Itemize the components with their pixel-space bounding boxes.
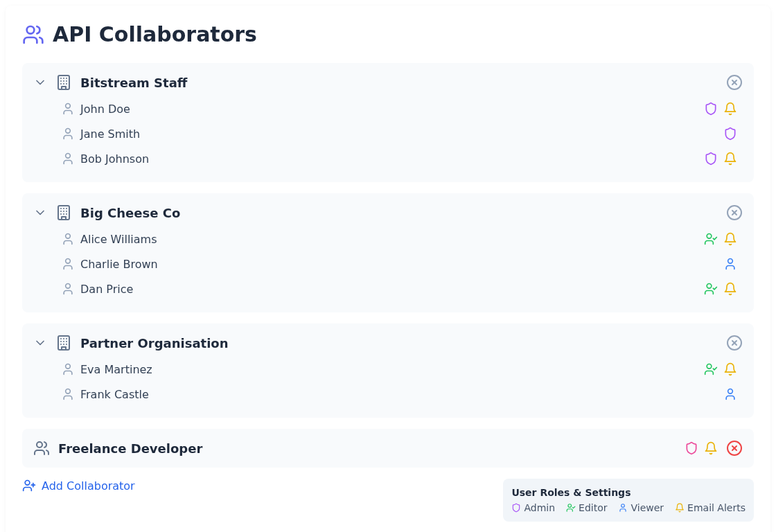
org-header: Big Cheese Co <box>33 204 743 221</box>
legend-title: User Roles & Settings <box>511 487 746 498</box>
shield-icon <box>704 102 718 116</box>
footer: Add Collaborator User Roles & Settings A… <box>22 479 754 522</box>
bell-icon <box>723 362 737 376</box>
chevron-down-icon <box>33 206 47 220</box>
member-name: Charlie Brown <box>80 258 158 271</box>
user-icon <box>61 232 75 246</box>
close-circle-icon <box>726 74 743 91</box>
users-icon <box>22 24 44 46</box>
user-icon <box>61 102 75 116</box>
collapse-toggle[interactable] <box>33 206 47 220</box>
member-row[interactable]: John Doe <box>55 96 743 121</box>
legend-viewer: Viewer <box>618 502 664 513</box>
close-circle-icon <box>726 440 743 456</box>
bell-icon <box>723 282 737 296</box>
remove-freelancer-button[interactable] <box>726 440 743 456</box>
member-badges <box>704 362 737 376</box>
freelancer-badges <box>685 441 718 455</box>
member-row[interactable]: Charlie Brown <box>55 251 743 276</box>
legend-admin: Admin <box>511 502 555 513</box>
user-icon <box>723 387 737 401</box>
bell-icon <box>723 102 737 116</box>
user-plus-icon <box>22 479 36 493</box>
member-row[interactable]: Eva Martinez <box>55 357 743 382</box>
org-block: Bitstream Staff John Doe Jane Smith <box>22 63 754 182</box>
legend-editor: Editor <box>566 502 607 513</box>
user-check-icon <box>566 503 576 513</box>
member-badges <box>704 152 737 166</box>
member-row[interactable]: Frank Castle <box>55 382 743 407</box>
member-row[interactable]: Dan Price <box>55 276 743 301</box>
member-name: Jane Smith <box>80 127 140 141</box>
user-icon <box>61 362 75 376</box>
user-icon <box>61 152 75 166</box>
building-icon <box>55 204 72 221</box>
shield-icon <box>685 441 698 455</box>
org-header: Partner Organisation <box>33 335 743 351</box>
user-check-icon <box>704 362 718 376</box>
member-list: Eva Martinez Frank Castle <box>55 357 743 407</box>
user-check-icon <box>704 232 718 246</box>
org-block: Big Cheese Co Alice Williams Charlie Bro… <box>22 193 754 312</box>
user-icon <box>61 282 75 296</box>
user-icon <box>61 387 75 401</box>
member-list: John Doe Jane Smith Bob Johnson <box>55 96 743 171</box>
remove-org-button[interactable] <box>726 204 743 221</box>
remove-org-button[interactable] <box>726 74 743 91</box>
org-name: Partner Organisation <box>80 336 229 351</box>
collapse-toggle[interactable] <box>33 336 47 350</box>
collaborators-panel: API Collaborators Bitstream Staff John D… <box>6 6 770 532</box>
org-block: Partner Organisation Eva Martinez Frank … <box>22 323 754 418</box>
building-icon <box>55 74 72 91</box>
collapse-toggle[interactable] <box>33 76 47 89</box>
building-icon <box>55 335 72 351</box>
users-icon <box>33 440 50 456</box>
page-title: API Collaborators <box>53 22 257 46</box>
freelancer-row: Freelance Developer <box>22 429 754 468</box>
shield-icon <box>704 152 718 166</box>
user-icon <box>618 503 628 513</box>
shield-icon <box>723 127 737 141</box>
member-row[interactable]: Bob Johnson <box>55 146 743 171</box>
user-icon <box>61 257 75 271</box>
member-badges <box>704 282 737 296</box>
org-name: Big Cheese Co <box>80 206 180 220</box>
add-collaborator-link[interactable]: Add Collaborator <box>22 479 135 493</box>
shield-icon <box>511 503 521 513</box>
user-icon <box>723 257 737 271</box>
bell-icon <box>723 232 737 246</box>
org-name: Bitstream Staff <box>80 76 187 90</box>
member-badges <box>704 102 737 116</box>
member-name: Frank Castle <box>80 388 149 401</box>
user-icon <box>61 127 75 141</box>
member-badges <box>723 387 737 401</box>
freelancer-name: Freelance Developer <box>58 441 202 456</box>
member-name: Alice Williams <box>80 233 157 246</box>
member-row[interactable]: Jane Smith <box>55 121 743 146</box>
chevron-down-icon <box>33 76 47 89</box>
close-circle-icon <box>726 335 743 351</box>
remove-org-button[interactable] <box>726 335 743 351</box>
close-circle-icon <box>726 204 743 221</box>
legend: User Roles & Settings Admin Editor Viewe… <box>503 479 754 522</box>
member-name: Bob Johnson <box>80 152 149 166</box>
member-name: Eva Martinez <box>80 363 152 376</box>
bell-icon <box>704 441 718 455</box>
member-list: Alice Williams Charlie Brown Dan Price <box>55 227 743 301</box>
member-name: Dan Price <box>80 283 133 296</box>
member-row[interactable]: Alice Williams <box>55 227 743 251</box>
member-badges <box>723 257 737 271</box>
user-check-icon <box>704 282 718 296</box>
add-collaborator-label: Add Collaborator <box>42 479 135 493</box>
legend-alerts: Email Alerts <box>675 502 746 513</box>
bell-icon <box>675 503 685 513</box>
member-name: John Doe <box>80 103 130 116</box>
member-badges <box>723 127 737 141</box>
member-badges <box>704 232 737 246</box>
org-header: Bitstream Staff <box>33 74 743 91</box>
bell-icon <box>723 152 737 166</box>
chevron-down-icon <box>33 336 47 350</box>
page-header: API Collaborators <box>22 22 754 46</box>
